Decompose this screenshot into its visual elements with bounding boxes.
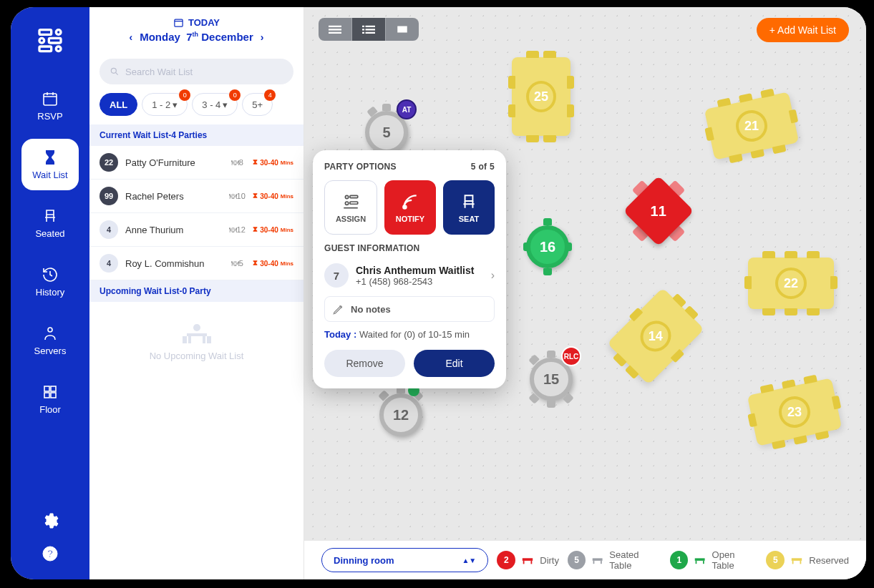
filter-chip-1to2[interactable]: 1 - 2▾0 [142, 93, 188, 116]
svg-point-21 [193, 324, 200, 331]
sidebar-item-waitlist[interactable]: Wait List [21, 139, 79, 190]
table-21[interactable]: 21 [704, 92, 799, 160]
filter-chip-all[interactable]: ALL [99, 93, 137, 116]
panel-header: TODAY ‹ Monday 7th December › [89, 7, 304, 50]
view-list-button[interactable] [352, 18, 385, 41]
table-mini: 🍽 10 [228, 190, 246, 202]
help-icon[interactable]: ? [42, 545, 59, 565]
sidebar-item-rsvp[interactable]: RSVP [21, 80, 79, 132]
svg-rect-28 [329, 29, 341, 30]
table-icon [591, 555, 603, 565]
svg-rect-12 [51, 386, 56, 391]
popup-title: PARTY OPTIONS5 of 5 [324, 162, 495, 172]
wait-time: ⧗30-40Mins [253, 225, 293, 234]
legend-seated: 5 Seated Table [568, 549, 661, 571]
sidebar-item-history[interactable]: History [21, 256, 79, 308]
svg-rect-46 [593, 561, 595, 564]
view-card-button[interactable] [386, 18, 419, 41]
popup-actions: ASSIGN NOTIFY SEAT [324, 180, 495, 235]
svg-rect-24 [203, 336, 205, 343]
waitlist-row[interactable]: 22 Patty O'Furniture 🍽 8 ⧗30-40Mins [89, 146, 304, 180]
table-23[interactable]: 23 [747, 378, 842, 446]
table-14[interactable]: 14 [607, 288, 704, 385]
svg-rect-42 [523, 558, 533, 561]
svg-rect-30 [362, 26, 364, 27]
room-select[interactable]: Dinning room▲▼ [321, 548, 488, 572]
svg-rect-14 [51, 393, 56, 398]
empty-state: No Upcoming Wait List [89, 302, 304, 383]
svg-rect-2 [49, 38, 61, 43]
guest-name: Patty O'Furniture [125, 157, 221, 168]
table-icon [521, 555, 534, 565]
floor-plan[interactable]: + Add Wait List 5 AT 12 15 RLC 16 11 [304, 7, 866, 579]
svg-rect-38 [350, 195, 358, 197]
svg-rect-48 [695, 558, 705, 560]
waitlist-row[interactable]: 4 Anne Thurium 🍽 12 ⧗30-40Mins [89, 213, 304, 247]
search-icon [110, 67, 120, 77]
legend-bar: Dinning room▲▼ 2 Dirty 5 Seated Table 1 … [304, 541, 866, 579]
edit-button[interactable]: Edit [414, 350, 495, 377]
filter-chip-3to4[interactable]: 3 - 4▾0 [192, 93, 238, 116]
svg-rect-51 [792, 558, 802, 561]
table-15[interactable]: 15 RLC [523, 351, 580, 408]
next-day-button[interactable]: › [261, 31, 264, 43]
chevron-right-icon: › [491, 269, 495, 282]
seat-button[interactable]: SEAT [443, 180, 495, 235]
svg-rect-26 [207, 336, 211, 343]
gear-icon[interactable] [42, 512, 59, 532]
guest-phone: +1 (458) 968-2543 [356, 276, 474, 287]
wait-time: ⧗30-40Mins [253, 259, 293, 268]
svg-rect-22 [187, 333, 207, 336]
server-pin: AT [397, 99, 417, 119]
svg-rect-27 [329, 26, 341, 27]
svg-rect-4 [39, 46, 52, 52]
party-options-popup: PARTY OPTIONS5 of 5 ASSIGN NOTIFY SEAT G… [313, 150, 506, 388]
svg-rect-31 [366, 26, 376, 27]
table-12[interactable]: 12 [372, 386, 429, 444]
table-11[interactable]: 11 [623, 175, 694, 247]
notes-field[interactable]: No notes [324, 296, 495, 322]
view-lines-button[interactable] [319, 18, 351, 41]
waitlist-row[interactable]: 99 Rachel Peters 🍽 10 ⧗30-40Mins [89, 180, 304, 213]
svg-rect-23 [188, 336, 191, 343]
calendar-icon [173, 17, 184, 28]
table-16[interactable]: 16 [519, 218, 576, 275]
search-input[interactable]: Search Wait List [99, 59, 293, 84]
waitlist-row[interactable]: 4 Roy L. Commishun 🍽 5 ⧗30-40Mins [89, 247, 304, 280]
table-22[interactable]: 22 [748, 258, 834, 309]
empty-table-icon [183, 323, 211, 345]
sidebar-item-servers[interactable]: Servers [21, 315, 79, 366]
table-25[interactable]: 25 [512, 57, 570, 136]
sidebar-item-seated[interactable]: Seated [21, 197, 79, 249]
guest-name: Rachel Peters [125, 191, 221, 202]
view-toolbar [319, 18, 419, 41]
add-waitlist-button[interactable]: + Add Wait List [757, 18, 849, 42]
svg-rect-50 [703, 561, 704, 564]
svg-rect-49 [696, 561, 697, 564]
wait-time: ⧗30-40Mins [253, 192, 293, 200]
remove-button[interactable]: Remove [324, 350, 405, 377]
guest-name: Roy L. Commishun [125, 258, 221, 269]
notify-button[interactable]: NOTIFY [384, 180, 436, 235]
guest-row[interactable]: 7 Chris Anthemum Waitlist +1 (458) 968-2… [324, 259, 495, 296]
sidebar-item-label: RSVP [37, 111, 62, 122]
party-size: 22 [99, 153, 118, 172]
logo-icon [36, 25, 64, 59]
table-icon [694, 555, 706, 565]
svg-point-5 [56, 46, 61, 52]
legend-open: 1 Open Table [670, 549, 757, 571]
table-icon [790, 555, 803, 565]
svg-point-3 [39, 38, 44, 43]
today-wait-line: Today : Waited for (0) of 10-15 min [324, 329, 495, 340]
sidebar-item-label: Servers [34, 346, 67, 356]
sidebar-item-floor[interactable]: Floor [21, 373, 79, 425]
filter-chip-5plus[interactable]: 5+4 [242, 93, 273, 116]
upcoming-section-header: Upcoming Wait List-0 Party [89, 280, 304, 302]
sidebar: RSVP Wait List Seated History Servers Fl… [11, 7, 89, 579]
prev-day-button[interactable]: ‹ [130, 31, 133, 43]
server-pin: RLC [561, 346, 581, 366]
pencil-icon [332, 303, 345, 315]
legend-reserved: 5 Reserved [766, 551, 849, 569]
assign-button[interactable]: ASSIGN [324, 180, 377, 235]
party-size: 4 [99, 254, 118, 273]
